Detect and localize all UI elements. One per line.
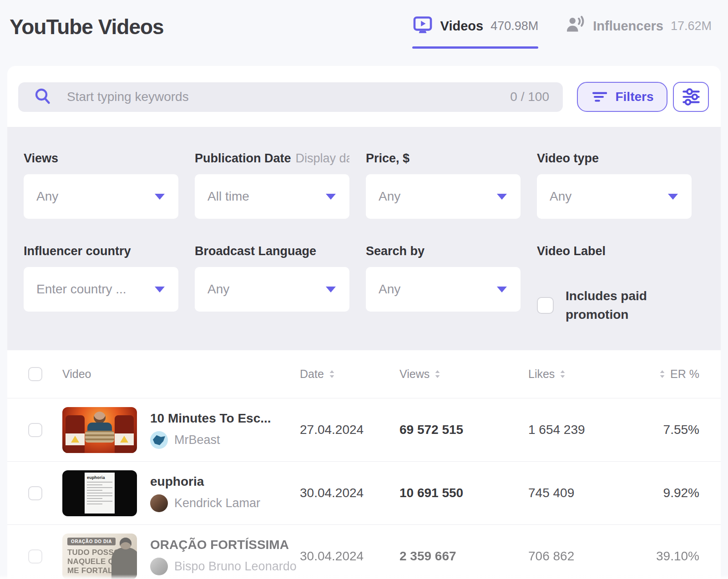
person-art — [84, 412, 116, 453]
monitor-play-icon — [412, 15, 433, 37]
filter-price-select[interactable]: Any — [366, 174, 521, 219]
sort-icon — [659, 370, 666, 378]
praying-man-art — [111, 548, 137, 579]
tab-videos-count: 470.98M — [490, 19, 538, 33]
video-title[interactable]: 10 Minutes To Esc... — [150, 411, 271, 426]
video-thumbnail[interactable]: euphoria — [62, 470, 137, 516]
row-checkbox[interactable] — [28, 423, 42, 437]
channel-name[interactable]: Kendrick Lamar — [174, 496, 260, 510]
column-er-sort[interactable]: ER % — [637, 368, 721, 381]
video-er: 39.10% — [656, 549, 699, 564]
table-row[interactable]: ORAÇÃO DO DIA TUDO POSSO NAQUELE QUE ME … — [7, 525, 721, 579]
column-likes-sort[interactable]: Likes — [528, 368, 637, 381]
column-views-sort[interactable]: Views — [399, 368, 528, 381]
person-broadcast-icon — [565, 15, 586, 37]
filter-influencer-country-label: Influencer country — [24, 244, 131, 258]
channel-avatar[interactable] — [150, 558, 168, 575]
chevron-down-icon — [326, 287, 336, 292]
filter-funnel-icon — [591, 89, 607, 105]
sort-icon — [434, 370, 441, 378]
paid-promotion-label: Includes paid promotion — [566, 287, 663, 324]
filter-views: Views Any — [24, 151, 178, 219]
tab-influencers-count: 17.62M — [671, 19, 712, 33]
sort-icon — [329, 370, 335, 378]
chevron-down-icon — [497, 287, 507, 292]
thumbnail-badge: ORAÇÃO DO DIA — [67, 538, 116, 545]
filter-publication-date: Publication Date Display date All time — [195, 151, 349, 219]
paper-title: euphoria — [87, 475, 112, 480]
column-date-label: Date — [300, 368, 324, 381]
video-views: 10 691 550 — [399, 486, 463, 500]
chevron-down-icon — [155, 287, 165, 292]
filter-publication-date-sublabel: Display date — [296, 151, 349, 166]
table-row[interactable]: 10 Minutes To Esc... MrBeast 27.04.2024 … — [7, 398, 721, 462]
channel-name[interactable]: Bispo Bruno Leonardo — [174, 559, 297, 574]
filters-panel: Views Any Publication Date Display date … — [7, 127, 721, 350]
tab-bar: Videos 470.98M Influencers 17.62M — [412, 12, 712, 49]
table-row[interactable]: euphoria euphoria Kendrick Lamar 30.04.2… — [7, 462, 721, 525]
video-title[interactable]: euphoria — [150, 474, 260, 489]
row-checkbox[interactable] — [28, 486, 42, 500]
filter-broadcast-language-label: Broadcast Language — [195, 244, 316, 258]
filter-search-by-label: Search by — [366, 244, 425, 258]
video-views: 2 359 667 — [399, 549, 456, 563]
column-er-label: ER % — [670, 368, 699, 381]
keyword-counter: 0 / 100 — [510, 90, 549, 104]
advanced-settings-button[interactable] — [673, 82, 709, 112]
chevron-down-icon — [326, 194, 336, 200]
sliders-icon — [682, 87, 701, 106]
filter-broadcast-language-select[interactable]: Any — [195, 267, 349, 312]
select-all-checkbox[interactable] — [28, 367, 42, 381]
filter-video-label-label: Video Label — [537, 244, 606, 258]
channel-avatar[interactable] — [150, 494, 168, 512]
sort-icon — [559, 370, 566, 378]
video-views: 69 572 515 — [399, 423, 463, 437]
filter-influencer-country-value: Enter country ... — [36, 282, 126, 297]
filter-influencer-country-select[interactable]: Enter country ... — [24, 267, 178, 312]
filter-video-type: Video type Any — [537, 151, 692, 219]
active-tab-indicator — [412, 46, 539, 49]
filters-button[interactable]: Filters — [577, 82, 667, 112]
filter-price: Price, $ Any — [366, 151, 521, 219]
filter-views-value: Any — [36, 189, 58, 204]
video-title[interactable]: ORAÇÃO FORTÍSSIMA — [150, 538, 297, 552]
tab-influencers-label: Influencers — [593, 19, 663, 34]
filter-broadcast-language: Broadcast Language Any — [195, 244, 349, 324]
channel-name[interactable]: MrBeast — [174, 433, 220, 447]
column-likes-label: Likes — [528, 368, 555, 381]
tab-videos-label: Videos — [440, 19, 484, 34]
video-thumbnail[interactable]: ORAÇÃO DO DIA TUDO POSSO NAQUELE QUE ME … — [62, 534, 137, 579]
video-date: 27.04.2024 — [300, 423, 364, 437]
barrel-art — [115, 415, 134, 453]
filter-publication-date-select[interactable]: All time — [195, 174, 349, 219]
search-card: 0 / 100 Filters — [7, 66, 721, 127]
filter-influencer-country: Influencer country Enter country ... — [24, 244, 178, 324]
video-thumbnail[interactable] — [62, 407, 137, 453]
video-date: 30.04.2024 — [300, 486, 364, 500]
row-checkbox[interactable] — [28, 549, 42, 564]
filters-button-label: Filters — [615, 90, 653, 104]
lyrics-paper-art: euphoria — [85, 473, 115, 514]
channel-avatar[interactable] — [150, 431, 168, 449]
tab-influencers[interactable]: Influencers 17.62M — [565, 13, 712, 39]
filter-search-by-select[interactable]: Any — [366, 267, 521, 312]
filter-video-label: Video Label Includes paid promotion — [537, 244, 692, 324]
filter-video-type-select[interactable]: Any — [537, 174, 692, 219]
filter-publication-date-value: All time — [207, 189, 249, 204]
filter-publication-date-label: Publication Date — [195, 151, 291, 166]
search-input[interactable] — [67, 90, 510, 104]
filter-broadcast-language-value: Any — [207, 282, 229, 297]
barrel-art — [66, 415, 85, 453]
tab-videos[interactable]: Videos 470.98M — [412, 13, 539, 49]
filter-views-select[interactable]: Any — [24, 174, 178, 219]
chevron-down-icon — [497, 194, 507, 200]
filter-price-value: Any — [379, 189, 400, 204]
paid-promotion-checkbox[interactable] — [537, 297, 554, 314]
column-date-sort[interactable]: Date — [300, 368, 399, 381]
page-header: YouTube Videos Videos 470.98M — [0, 0, 728, 57]
chevron-down-icon — [668, 194, 678, 200]
page-title: YouTube Videos — [10, 12, 164, 39]
column-views-label: Views — [399, 368, 430, 381]
keyword-search-box[interactable]: 0 / 100 — [18, 82, 563, 112]
video-likes: 1 654 239 — [528, 423, 585, 437]
